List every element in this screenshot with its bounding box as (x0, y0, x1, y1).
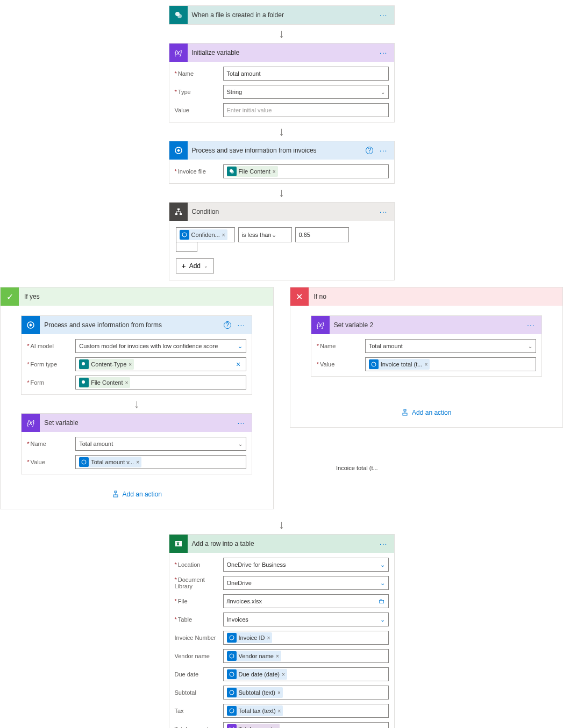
table-select[interactable]: Invoices⌄ (223, 612, 389, 626)
file-content-token[interactable]: File Content × (79, 377, 130, 388)
token-remove-icon[interactable]: × (267, 635, 270, 641)
value-label: Value (175, 107, 223, 113)
process-invoices-header[interactable]: Process and save information from invoic… (169, 141, 394, 160)
form-input[interactable]: File Content × (75, 376, 246, 390)
ai-model-select[interactable]: Custom model for invoices with low confi… (75, 339, 246, 353)
token-remove-icon[interactable]: × (282, 672, 285, 677)
ai-icon (227, 688, 237, 697)
condition-operator-select[interactable]: is less than⌄ (238, 227, 292, 242)
help-icon[interactable]: ? (366, 147, 373, 154)
invoice-file-label: *Invoice file (175, 168, 223, 175)
tax-input[interactable]: Total tax (text)× (223, 704, 389, 718)
tax-token[interactable]: Total tax (text)× (227, 705, 283, 716)
content-type-token[interactable]: Content-Type × (79, 359, 134, 370)
condition-header[interactable]: Condition ··· (169, 203, 394, 221)
condition-left-input[interactable]: Confiden... × (176, 227, 235, 242)
process-forms-menu[interactable]: ··· (236, 321, 248, 329)
stray-text: Incoice total (t... (336, 465, 378, 471)
total-amount-variable-token[interactable]: {x}Total amount× (227, 724, 280, 728)
invoice-file-input[interactable]: File Content × (223, 164, 389, 178)
process-forms-header[interactable]: Process and save information from forms … (22, 316, 252, 334)
location-select[interactable]: OneDrive for Business⌄ (223, 558, 389, 572)
token-remove-icon[interactable]: × (125, 380, 129, 386)
condition-menu[interactable]: ··· (377, 207, 390, 216)
add-row-header[interactable]: Add a row into a table ··· (169, 535, 394, 553)
process-invoices-menu[interactable]: ··· (377, 146, 390, 155)
ai-icon (227, 651, 237, 661)
if-yes-label: If yes (19, 293, 40, 300)
name-input[interactable]: Total amount (223, 67, 389, 81)
svg-rect-13 (115, 491, 117, 493)
clear-field-icon[interactable]: × (234, 360, 243, 369)
help-icon[interactable]: ? (224, 321, 231, 329)
subtotal-input[interactable]: Subtotal (text)× (223, 686, 389, 700)
token-remove-icon[interactable]: × (136, 459, 139, 465)
chevron-down-icon: ⌄ (380, 561, 385, 568)
variable-icon: {x} (311, 316, 330, 334)
folder-icon[interactable]: 🗀 (379, 597, 385, 605)
set-variable-2-menu[interactable]: ··· (525, 321, 537, 329)
token-remove-icon[interactable]: × (129, 362, 132, 367)
value-label: *Value (27, 459, 75, 465)
token-remove-icon[interactable]: × (273, 169, 276, 175)
svg-point-19 (230, 636, 234, 640)
file-label: *File (175, 598, 223, 604)
init-variable-menu[interactable]: ··· (377, 48, 390, 57)
token-remove-icon[interactable]: × (277, 690, 281, 696)
add-action-link[interactable]: Add an action (112, 491, 162, 498)
flow-arrow: ↓ (134, 397, 140, 411)
value-input[interactable]: Enter initial value (223, 103, 389, 117)
name-select[interactable]: Total amount⌄ (365, 339, 536, 353)
confidence-token[interactable]: Confiden... × (180, 229, 227, 240)
vendor-name-token[interactable]: Vendor name× (227, 651, 281, 661)
flow-arrow: ↓ (279, 186, 284, 200)
ai-builder-icon (169, 141, 188, 160)
invoice-total-token[interactable]: Invoice total (t... × (369, 359, 430, 370)
token-remove-icon[interactable]: × (278, 708, 281, 714)
type-select[interactable]: String⌄ (223, 85, 389, 99)
chevron-down-icon: ⌄ (380, 616, 385, 623)
due-date-token[interactable]: Due date (date)× (227, 669, 287, 680)
condition-right-input[interactable]: 0.65 (295, 227, 349, 242)
token-remove-icon[interactable]: × (222, 232, 225, 238)
invoice-number-input[interactable]: Invoice ID× (223, 631, 389, 645)
excel-icon (169, 535, 188, 553)
add-condition-button[interactable]: + Add ⌄ (176, 258, 215, 273)
process-invoices-title: Process and save information from invoic… (188, 147, 366, 154)
init-variable-title: Initialize variable (188, 49, 377, 56)
init-variable-card: {x} Initialize variable ··· *Name Total … (169, 43, 395, 122)
token-remove-icon[interactable]: × (276, 653, 279, 659)
value-input[interactable]: Invoice total (t... × (365, 357, 536, 371)
variable-icon: {x} (22, 414, 40, 432)
trigger-menu[interactable]: ··· (377, 11, 390, 19)
svg-rect-14 (113, 495, 118, 497)
library-select[interactable]: OneDrive⌄ (223, 576, 389, 590)
value-input[interactable]: Total amount v... × (75, 455, 246, 469)
vendor-input[interactable]: Vendor name× (223, 649, 389, 663)
subtotal-token[interactable]: Subtotal (text)× (227, 687, 283, 698)
type-label: *Type (175, 89, 223, 95)
trigger-card[interactable]: When a file is created in a folder ··· (169, 5, 395, 25)
svg-point-12 (82, 460, 86, 464)
add-row-menu[interactable]: ··· (377, 539, 390, 548)
token-remove-icon[interactable]: × (424, 362, 427, 367)
total-input[interactable]: {x}Total amount× (223, 722, 389, 728)
file-content-token[interactable]: File Content × (227, 166, 278, 177)
due-date-input[interactable]: Due date (date)× (223, 667, 389, 681)
set-variable-menu[interactable]: ··· (236, 419, 248, 427)
set-variable-header[interactable]: {x} Set variable ··· (22, 414, 252, 432)
sharepoint-icon (79, 359, 89, 369)
token-remove-icon[interactable]: × (274, 726, 277, 729)
if-no-branch: ✕ If no {x} Set variable 2 ··· *Name Tot… (290, 287, 564, 428)
init-variable-header[interactable]: {x} Initialize variable ··· (169, 44, 394, 62)
total-amount-token[interactable]: Total amount v... × (79, 457, 141, 467)
svg-point-21 (230, 672, 234, 676)
name-select[interactable]: Total amount⌄ (75, 437, 246, 451)
file-picker[interactable]: /Invoices.xlsx🗀 (223, 594, 389, 608)
flow-arrow: ↓ (279, 518, 284, 532)
add-action-link[interactable]: Add an action (401, 409, 451, 416)
add-action-icon (112, 491, 119, 498)
form-type-input[interactable]: Content-Type × × (75, 357, 246, 371)
invoice-id-token[interactable]: Invoice ID× (227, 632, 273, 643)
set-variable-2-header[interactable]: {x} Set variable 2 ··· (311, 316, 541, 334)
